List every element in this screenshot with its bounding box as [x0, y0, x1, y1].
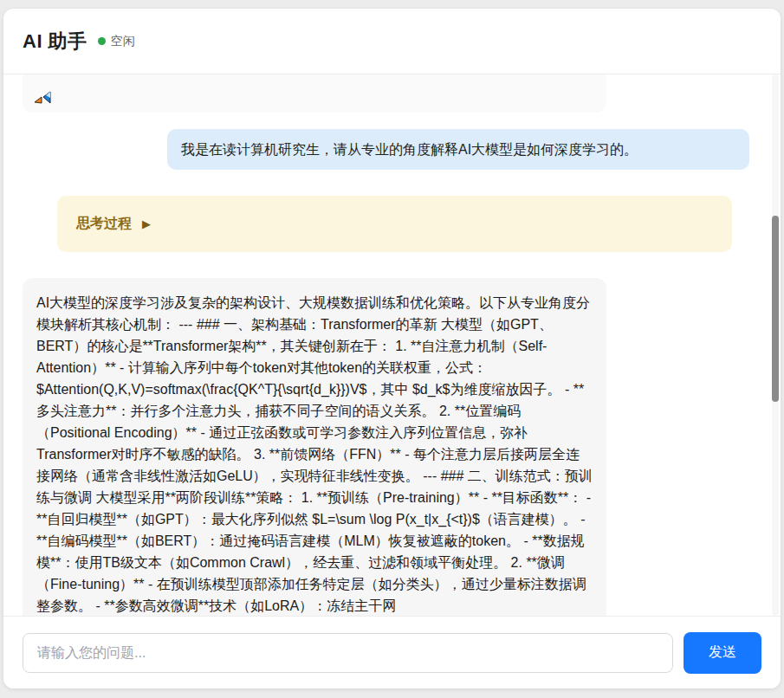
- header: AI 助手 空闲: [3, 9, 781, 74]
- composer-bar: 发送: [3, 616, 781, 688]
- question-input[interactable]: [23, 633, 673, 673]
- app-title: AI 助手: [23, 29, 87, 55]
- thinking-process-label: 思考过程: [76, 215, 132, 233]
- previous-assistant-message: [23, 74, 606, 113]
- assistant-answer-text: AI大模型的深度学习涉及复杂的架构设计、大规模数据训练和优化策略。以下从专业角度…: [36, 295, 593, 613]
- assistant-logo-icon: [35, 91, 51, 104]
- expand-arrow-icon: ▶: [142, 217, 151, 230]
- assistant-answer-bubble: AI大模型的深度学习涉及复杂的架构设计、大规模数据训练和优化策略。以下从专业角度…: [23, 278, 606, 616]
- user-message-bubble: 我是在读计算机研究生，请从专业的角度解释AI大模型是如何深度学习的。: [167, 129, 749, 170]
- status-dot-icon: [98, 37, 106, 45]
- message-list[interactable]: 我是在读计算机研究生，请从专业的角度解释AI大模型是如何深度学习的。 思考过程 …: [3, 74, 781, 616]
- thinking-process-toggle[interactable]: 思考过程 ▶: [57, 196, 732, 252]
- user-message-text: 我是在读计算机研究生，请从专业的角度解释AI大模型是如何深度学习的。: [181, 142, 638, 157]
- scrollbar-thumb[interactable]: [772, 216, 779, 402]
- send-button[interactable]: 发送: [684, 632, 761, 674]
- status-badge: 空闲: [98, 34, 135, 49]
- status-label: 空闲: [111, 34, 135, 49]
- chat-window: AI 助手 空闲 我是在读计算机研究生，请从专业的角度解释AI大模型是如何深度学…: [3, 9, 781, 688]
